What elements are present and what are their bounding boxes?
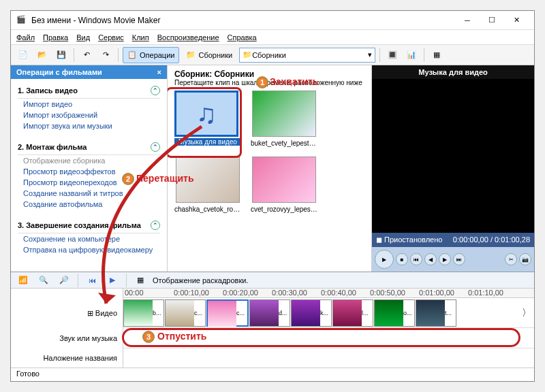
step-back-button[interactable]: ◀ [424, 253, 437, 265]
timeline-clip[interactable]: l... [332, 299, 373, 327]
preview-title: Музыка для видео [372, 65, 534, 79]
scroll-right-icon[interactable]: 〉 [519, 307, 534, 319]
timeline-area: 📶 🔍 🔎 ⏮ ▶ ▦ Отображение раскадровки. ⊞ В… [11, 272, 534, 368]
timeline-tracks[interactable]: 00:000:00:10,000:00:20,000:00:30,000:00:… [123, 289, 534, 368]
track-label-video: ⊞ Видео [11, 298, 123, 328]
storyboard-label[interactable]: Отображение раскадровки. [153, 276, 248, 284]
thumbnail-image [252, 157, 316, 203]
menu-help[interactable]: Справка [228, 33, 257, 42]
open-button[interactable]: 📂 [34, 47, 50, 63]
tl-levels-button[interactable]: 📶 [15, 272, 31, 289]
app-window: 🎬 Без имени - Windows Movie Maker ─ ☐ ✕ … [10, 10, 535, 382]
task-section-3-header[interactable]: 3. Завершение создания фильма⌃ [18, 218, 160, 233]
tl-rewind-button[interactable]: ⏮ [84, 272, 100, 289]
new-button[interactable]: 📄 [15, 47, 31, 63]
timeline-labels: ⊞ Видео Звук или музыка Наложение назван… [11, 289, 123, 368]
annotation-text-1: Захватить [270, 76, 318, 87]
task-import-audio[interactable]: Импорт звука или музыки [18, 120, 160, 131]
separator [424, 48, 424, 62]
view-mode-button[interactable]: ▦ [429, 47, 445, 63]
redo-button[interactable]: ↷ [97, 47, 114, 63]
menu-clip[interactable]: Клип [132, 33, 149, 42]
app-icon: 🎬 [16, 15, 27, 26]
overlay-track[interactable] [123, 348, 534, 368]
video-track[interactable]: b... c... c... d... k... l... o... t... … [123, 298, 534, 328]
separator [118, 48, 119, 62]
menu-play[interactable]: Воспроизведение [157, 33, 219, 42]
task-import-images[interactable]: Импорт изображений [18, 110, 160, 120]
task-send-camera[interactable]: Отправка на цифровую видеокамеру [18, 244, 160, 255]
snapshot-button[interactable]: 📷 [519, 253, 531, 265]
timeline-clip[interactable]: o... [374, 299, 415, 327]
view-details-button[interactable]: 📊 [403, 47, 420, 63]
close-tasks-icon[interactable]: × [157, 68, 161, 76]
task-show-collection[interactable]: Отображение сборника [18, 155, 160, 166]
separator [78, 274, 78, 287]
preview-pane: Музыка для видео ◼ Приостановлено 0:00:0… [372, 65, 534, 272]
close-button[interactable]: ✕ [504, 12, 529, 29]
preview-status: ◼ Приостановлено 0:00:00,00 / 0:01:00,28 [372, 233, 534, 247]
timeline-toolbar: 📶 🔍 🔎 ⏮ ▶ ▦ Отображение раскадровки. [11, 272, 534, 289]
collections-button[interactable]: 📁Сборники [182, 47, 236, 63]
maximize-button[interactable]: ☐ [480, 12, 504, 29]
timeline-clip[interactable]: c... [165, 299, 206, 327]
minimize-button[interactable]: ─ [455, 12, 480, 29]
menu-view[interactable]: Вид [76, 33, 90, 42]
window-title: Без имени - Windows Movie Maker [31, 16, 455, 25]
play-button[interactable]: ▶ [375, 250, 394, 269]
menu-file[interactable]: Файл [16, 33, 35, 42]
menubar: Файл Правка Вид Сервис Клип Воспроизведе… [11, 30, 534, 45]
separator [126, 274, 127, 287]
titlebar: 🎬 Без имени - Windows Movie Maker ─ ☐ ✕ [11, 11, 534, 30]
next-button[interactable]: ⏭ [453, 253, 465, 265]
timeline-clip[interactable]: c... [206, 299, 249, 327]
tl-zoom-in-button[interactable]: 🔍 [35, 272, 52, 289]
track-label-audio: Звук или музыка [11, 328, 123, 348]
undo-button[interactable]: ↶ [78, 47, 95, 63]
task-section-1-header[interactable]: 1. Запись видео⌃ [18, 83, 160, 99]
tl-zoom-out-button[interactable]: 🔎 [56, 272, 72, 289]
timeline-ruler: 00:000:00:10,000:00:20,000:00:30,000:00:… [123, 289, 534, 298]
track-label-overlay: Наложение названия [11, 348, 123, 368]
thumbnail-image [252, 91, 316, 137]
annotation-text-2: Перетащить [136, 173, 194, 184]
view-thumbnails-button[interactable]: 🔳 [384, 47, 401, 63]
thumb-buket[interactable]: buket_cvety_lepestki_be... [251, 91, 317, 147]
thumb-chashka[interactable]: chashka_cvetok_roza_8... [174, 157, 241, 213]
thumb-music[interactable]: ♫Музыка для видео [174, 91, 241, 147]
tl-play-button[interactable]: ▶ [104, 272, 121, 289]
stop-button[interactable]: ■ [396, 253, 408, 265]
thumb-cvet[interactable]: cvet_rozovyy_lepestki_r... [251, 157, 317, 213]
timeline-clip[interactable]: t... [416, 299, 456, 327]
menu-tools[interactable]: Сервис [98, 33, 124, 42]
annotation-badge-1: 1 [256, 76, 268, 88]
save-button[interactable]: 💾 [53, 47, 69, 63]
step-fwd-button[interactable]: ▶ [439, 253, 451, 265]
collections-dropdown[interactable]: 📁 Сборники▾ [239, 48, 375, 63]
collapse-icon[interactable]: ⌃ [151, 220, 160, 230]
preview-time: 0:00:00,00 / 0:01:00,28 [453, 235, 530, 244]
separator [379, 48, 380, 62]
task-section-2-header[interactable]: 2. Монтаж фильма⌃ [18, 140, 160, 155]
timeline-clip[interactable]: d... [249, 299, 290, 327]
task-automovie[interactable]: Создание автофильма [18, 199, 160, 210]
collapse-icon[interactable]: ⌃ [151, 86, 160, 95]
annotation-text-3: Отпустить [157, 331, 206, 342]
tasks-pane: Операции с фильмами× 1. Запись видео⌃ Им… [11, 65, 168, 272]
music-note-icon: ♫ [174, 91, 238, 137]
storyboard-icon[interactable]: ▦ [132, 272, 149, 289]
collapse-icon[interactable]: ⌃ [151, 142, 160, 152]
timeline-clip[interactable]: k... [291, 299, 332, 327]
split-button[interactable]: ✂ [505, 253, 517, 265]
preview-controls: ▶ ■ ⏮ ◀ ▶ ⏭ ✂ 📷 [372, 247, 534, 272]
operations-button[interactable]: 📋Операции [123, 47, 179, 63]
separator [74, 48, 74, 62]
timeline-clip[interactable]: b... [123, 299, 164, 327]
menu-edit[interactable]: Правка [43, 33, 68, 42]
task-save-computer[interactable]: Сохранение на компьютере [18, 233, 160, 244]
toolbar: 📄 📂 💾 ↶ ↷ 📋Операции 📁Сборники 📁 Сборники… [11, 45, 534, 65]
prev-button[interactable]: ⏮ [410, 253, 422, 265]
task-titles[interactable]: Создание названий и титров [18, 188, 160, 199]
timeline-body: ⊞ Видео Звук или музыка Наложение назван… [11, 289, 534, 368]
task-import-video[interactable]: Импорт видео [18, 99, 160, 110]
